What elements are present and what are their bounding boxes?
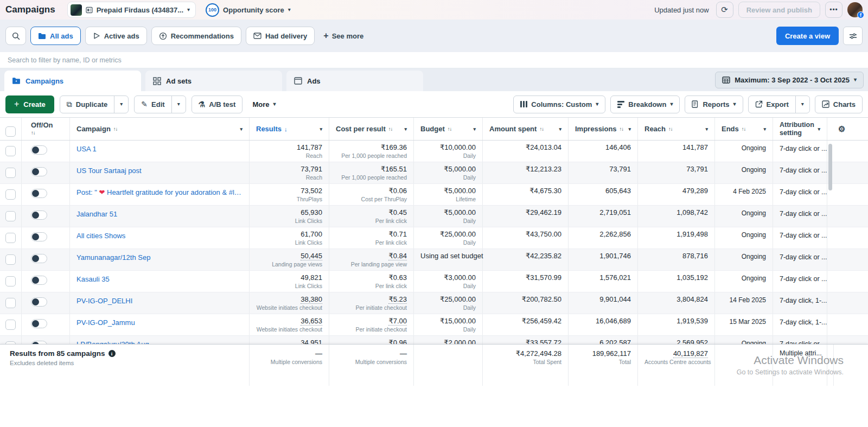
view-settings-button[interactable] [843,27,863,45]
column-menu-icon[interactable]: ▾ [240,126,242,132]
column-header-budget[interactable]: Budget↑↓▾ [414,118,483,140]
vertical-scrollbar[interactable] [828,144,832,190]
pencil-icon: ✎ [141,100,148,108]
impressions-cell: 9,901,044 [569,292,638,314]
create-view-button[interactable]: Create a view [776,27,839,45]
campaign-toggle[interactable] [31,232,47,241]
row-checkbox[interactable] [5,298,16,308]
column-menu-icon[interactable]: ▾ [705,126,708,132]
see-more-button[interactable]: + See more [319,31,368,41]
row-checkbox[interactable] [5,146,16,156]
duplicate-button[interactable]: ⧉ Duplicate [60,96,114,113]
duplicate-menu-button[interactable]: ▾ [114,96,128,113]
column-header-reach[interactable]: Reach↑↓▾ [638,118,715,140]
row-checkbox[interactable] [5,233,16,243]
search-filter-button[interactable] [5,27,26,45]
search-input[interactable] [0,56,868,64]
row-select-cell [0,292,22,314]
column-header-attribution[interactable]: Attribution setting▾ [773,118,827,140]
cost-per-result-cell: ₹169.36Per 1,000 people reached [329,141,414,162]
more-options-button[interactable]: ••• [825,2,843,18]
column-menu-icon[interactable]: ▾ [473,126,476,132]
cell-value-underlined: 50,445 [301,252,322,260]
reach-cell: 73,791 [638,162,715,183]
breakdown-button[interactable]: Breakdown ▾ [610,95,680,113]
campaign-link[interactable]: USA 1 [76,143,242,153]
info-icon[interactable]: i [108,350,116,357]
opportunity-score[interactable]: 100 Opportunity score ▾ [206,3,291,17]
reports-button[interactable]: Reports ▾ [685,95,743,113]
cell-sublabel: Daily [420,174,476,181]
column-menu-icon[interactable]: ▾ [320,126,322,132]
row-checkbox[interactable] [5,168,16,178]
row-checkbox[interactable] [5,320,16,330]
toggle-knob [32,146,39,154]
campaign-link[interactable]: Kasauli 35 [76,273,242,283]
row-checkbox[interactable] [5,254,16,265]
tab-ad-sets[interactable]: Ad sets [145,71,282,91]
row-toggle-cell [22,141,70,162]
column-menu-icon[interactable]: ▾ [628,126,631,132]
create-button[interactable]: + Create [5,95,54,113]
campaign-toggle[interactable] [31,254,47,263]
attribution-cell: 7-day click or ... [773,162,827,183]
export-menu-button[interactable]: ▾ [795,96,809,113]
date-range-selector[interactable]: Maximum: 3 Sep 2022 - 3 Oct 2025 ▾ [715,72,864,88]
campaign-link[interactable]: Post: " ❤ Heartfelt gratitude for your a… [76,187,242,196]
column-header-spent[interactable]: Amount spent↑↓▾ [483,118,569,140]
filter-active-ads[interactable]: Active ads [85,27,147,45]
column-menu-icon[interactable]: ▾ [763,126,766,132]
export-button[interactable]: Export [749,96,795,113]
filter-recommendations-label: Recommendations [171,32,234,40]
campaign-toggle[interactable] [31,276,47,285]
flask-icon: ⚗ [199,100,206,108]
user-avatar[interactable]: f [847,2,863,17]
column-menu-icon[interactable]: ▾ [404,126,407,132]
column-header-campaign[interactable]: Campaign↑↓▾ [70,118,250,140]
column-header-results[interactable]: Results↓▾ [250,118,329,140]
campaign-toggle[interactable] [31,297,47,307]
filter-had-delivery[interactable]: Had delivery [246,27,315,45]
column-menu-icon[interactable]: ▾ [559,126,561,132]
column-menu-icon[interactable]: ▾ [818,126,820,132]
campaign-link[interactable]: US Tour Sartaaj post [76,165,242,175]
campaign-toggle[interactable] [31,211,47,220]
filter-recommendations[interactable]: Recommendations [151,27,241,45]
charts-button[interactable]: Charts [815,95,863,113]
refresh-button[interactable]: ⟳ [716,2,733,18]
edit-menu-button[interactable]: ▾ [171,96,186,113]
campaign-link[interactable]: All cities Shows [76,230,242,240]
tab-ads[interactable]: Ads [286,71,423,91]
campaign-link[interactable]: Yamunanagar/12th Sep [76,252,242,262]
column-settings-cell[interactable]: ⚙ [834,118,868,140]
row-checkbox[interactable] [5,211,16,221]
campaign-link[interactable]: PV-IG-OP_DELHI [76,295,242,305]
more-menu-button[interactable]: More ▾ [248,100,280,109]
campaign-toggle[interactable] [31,167,47,176]
chevron-down-icon: ▾ [801,101,804,107]
column-header-offon[interactable]: Off/On↑↓ [22,118,70,140]
scrollbar-gutter [827,206,834,227]
tab-campaigns[interactable]: Campaigns [4,71,141,91]
ab-test-button[interactable]: ⚗ A/B test [192,95,243,113]
filter-all-ads[interactable]: All ads [30,27,81,45]
review-publish-button[interactable]: Review and publish [738,2,820,18]
edit-button[interactable]: ✎ Edit [135,96,171,113]
campaign-toggle[interactable] [31,319,47,328]
results-cell: 49,821Link Clicks [250,271,329,292]
select-all-checkbox[interactable] [5,126,16,137]
campaign-toggle[interactable] [31,189,47,198]
campaign-link[interactable]: PV-IG-OP_Jammu [76,317,242,327]
campaign-toggle[interactable] [31,145,47,155]
column-header-ends[interactable]: Ends↑↓▾ [715,118,773,140]
row-checkbox[interactable] [5,276,16,286]
cell-value: ₹15,000.00 [420,317,476,325]
column-header-cost[interactable]: Cost per result↑↓▾ [329,118,414,140]
columns-button[interactable]: Columns: Custom ▾ [513,95,605,113]
cost-per-result-cell: ₹5.23Per initiate checkout [329,292,414,314]
account-selector[interactable]: Prepaid Firdaus (434837... ▾ [67,2,196,18]
column-header-impressions[interactable]: Impressions↑↓▾ [569,118,638,140]
row-checkbox[interactable] [5,189,16,200]
campaign-link[interactable]: Jalandhar 51 [76,208,242,218]
cell-sublabel: Per 1,000 people reached [336,174,407,181]
